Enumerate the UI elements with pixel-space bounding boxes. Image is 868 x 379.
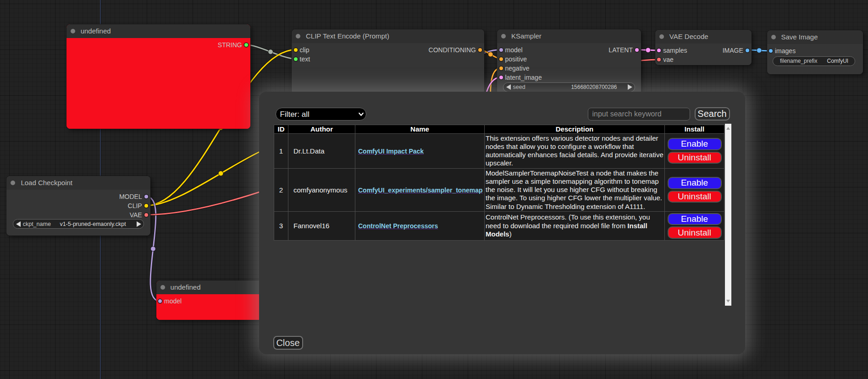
filter-dropdown[interactable]: Filter: all [276,108,366,121]
widget-name: ckpt_name [23,221,51,227]
input-slot-negative[interactable] [499,66,503,70]
enable-button[interactable]: Enable [668,177,722,189]
extension-link[interactable]: ComfyUI_experiments/sampler_tonemap [358,186,483,194]
uninstall-button[interactable]: Uninstall [668,191,722,203]
node-vae-decode[interactable]: VAE DecodesamplesvaeIMAGE [655,30,752,65]
input-slot-text[interactable] [294,57,298,61]
cell-install: EnableUninstall [665,133,724,168]
node-title: CLIP Text Encode (Prompt) [306,29,389,43]
table-row: 3Fannovel16ControlNet PreprocessorsContr… [274,211,724,240]
extension-name: ComfyUI Impact Pack [358,148,424,155]
column-header-install: Install [665,125,724,133]
uninstall-button[interactable]: Uninstall [668,226,722,239]
widget-right-arrow-icon[interactable] [137,221,141,227]
link-dot-latent-to-samples [646,48,651,53]
output-label-IMAGE: IMAGE [723,47,743,54]
input-label-clip: clip [300,46,310,54]
node-title-bar[interactable]: VAE Decode [655,30,752,44]
link-dot-image-to-images [757,48,762,53]
input-label-vae: vae [663,56,674,63]
link-dot-model-to-undefined [151,247,156,252]
cell-id: 1 [274,133,288,168]
manager-custom-nodes-dialog: Filter: all Search IDAuthorNameDescripti… [259,92,745,354]
widget-left-arrow-icon[interactable] [506,84,511,90]
table-row: 2comfyanonymousComfyUI_experiments/sampl… [274,168,724,211]
node-ksampler[interactable]: KSamplermodelpositivenegativelatent_imag… [497,29,641,94]
node-status-dot-icon [160,285,165,290]
custom-nodes-table: IDAuthorNameDescriptionInstall 1Dr.Lt.Da… [274,125,724,241]
description-text: ) [509,230,512,238]
scrollbar-down-arrow-icon[interactable] [726,300,730,302]
widget-value: 156680208700286 [525,84,617,90]
widget-right-arrow-icon[interactable] [628,84,632,90]
extension-link[interactable]: ControlNet Preprocessors [358,222,438,230]
chevron-down-icon [359,112,364,116]
column-header-name: Name [355,125,485,133]
input-label-model: model [505,46,523,54]
node-title-bar[interactable]: undefined [66,24,250,38]
enable-button[interactable]: Enable [668,213,722,225]
node-status-dot-icon [659,34,664,39]
node-title-bar[interactable]: Save Image [767,30,863,44]
input-slot-model[interactable] [499,48,503,52]
node-title-bar[interactable]: KSampler [497,29,641,43]
input-slot-vae[interactable] [657,58,661,61]
node-load-checkpoint[interactable]: Load CheckpointMODELCLIPVAEckpt_namev1-5… [6,176,150,236]
input-label-text: text [300,55,310,63]
node-status-dot-icon [296,34,300,38]
widget-seed[interactable]: seed156680208700286 [503,82,635,92]
input-label-negative: negative [505,65,530,72]
extension-link[interactable]: ComfyUI Impact Pack [358,147,424,155]
node-body: MODELCLIPVAEckpt_namev1-5-pruned-emaonly… [6,190,150,236]
node-body: cliptextCONDITIONING [292,43,484,94]
output-slot-CLIP[interactable] [144,204,148,208]
output-slot-LATENT[interactable] [635,48,639,52]
widget-filename_prefix[interactable]: filename_prefixComfyUI [773,56,855,66]
scrollbar-up-arrow-icon[interactable] [726,127,730,130]
node-body: samplesvaeIMAGE [655,44,752,65]
input-label-positive: positive [505,55,527,63]
filter-dropdown-value: Filter: all [280,108,310,121]
column-header-author: Author [288,125,355,133]
node-title-bar[interactable]: Load Checkpoint [6,176,150,190]
description-text: ControlNet Preprocessors. (To use this e… [486,213,650,229]
widget-ckpt_name[interactable]: ckpt_namev1-5-pruned-emaonly.ckpt [13,219,144,229]
output-slot-CONDITIONING[interactable] [478,48,482,52]
output-label-STRING: STRING [218,41,242,49]
input-slot-samples[interactable] [657,49,661,52]
output-slot-MODEL[interactable] [144,195,148,198]
search-input[interactable] [588,108,690,121]
node-clip-text-encode[interactable]: CLIP Text Encode (Prompt)cliptextCONDITI… [292,29,484,94]
output-slot-STRING[interactable] [244,43,248,47]
column-header-id: ID [274,125,288,133]
enable-button[interactable]: Enable [668,138,722,150]
link-dot-clip-to-clip-2 [218,171,223,176]
input-label-latent_image: latent_image [505,74,542,81]
input-slot-positive[interactable] [499,57,503,61]
input-slot-model[interactable] [158,299,162,303]
node-status-dot-icon [501,34,506,38]
input-slot-latent_image[interactable] [499,76,503,79]
input-slot-clip[interactable] [294,48,298,52]
node-status-dot-icon [71,29,75,33]
input-label-samples: samples [663,47,687,54]
output-slot-VAE[interactable] [144,213,148,217]
search-button[interactable]: Search [695,107,730,121]
node-save-image[interactable]: Save Imageimagesfilename_prefixComfyUI [767,30,863,74]
cell-install: EnableUninstall [665,168,724,211]
widget-value: v1-5-pruned-emaonly.ckpt [51,221,126,227]
table-scrollbar[interactable] [725,124,731,306]
widget-left-arrow-icon[interactable] [16,221,21,227]
input-slot-images[interactable] [769,49,773,53]
cell-id: 2 [274,168,288,211]
uninstall-button[interactable]: Uninstall [668,152,722,164]
output-label-CONDITIONING: CONDITIONING [429,46,476,54]
input-label-model: model [164,297,182,305]
node-title-bar[interactable]: CLIP Text Encode (Prompt) [292,29,484,43]
node-status-dot-icon [771,35,776,39]
comfyui-app: undefinedSTRINGCLIP Text Encode (Prompt)… [0,0,868,379]
node-body: modelpositivenegativelatent_imageLATENTs… [497,43,641,94]
close-button[interactable]: Close [273,336,303,350]
output-slot-IMAGE[interactable] [746,49,749,52]
node-undefined-top[interactable]: undefinedSTRING [66,24,250,129]
